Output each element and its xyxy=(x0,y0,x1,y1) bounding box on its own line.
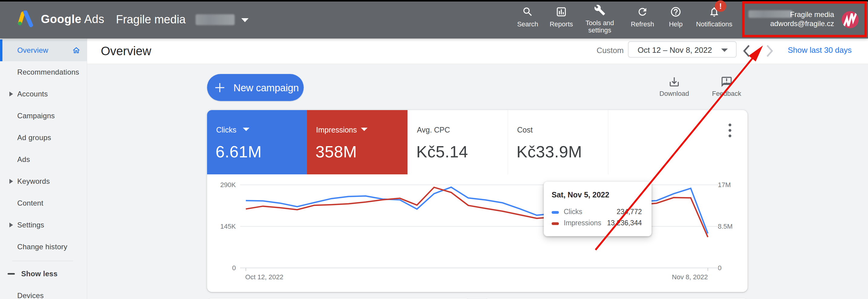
download-icon xyxy=(668,76,680,88)
sidebar-nav: OverviewRecommendationsAccountsCampaigns… xyxy=(0,38,87,299)
scorecard-caret-icon xyxy=(361,127,368,131)
tooltip-series-label: Impressions xyxy=(564,219,601,227)
scorecard-avg-cpc[interactable]: Avg. CPCKč5.14 xyxy=(407,110,508,174)
overview-chart-card: Clicks6.61MImpressions358MAvg. CPCKč5.14… xyxy=(207,110,747,292)
tooltip-row-clicks: Clicks234,772 xyxy=(552,208,642,217)
redacted-account-id xyxy=(195,14,235,25)
sidebar-item-accounts[interactable]: Accounts xyxy=(0,83,87,105)
tooltip-row-impressions: Impressions13,236,344 xyxy=(552,219,642,228)
show-last-30-days-link[interactable]: Show last 30 days xyxy=(788,46,851,55)
brand-wordmark: GoogleAds xyxy=(41,13,104,26)
y-axis-left-tick-0: 290K xyxy=(206,181,236,189)
sidebar-item-recommendations[interactable]: Recommendations xyxy=(0,61,87,83)
card-menu-button[interactable] xyxy=(724,123,735,138)
expand-triangle-icon[interactable] xyxy=(9,91,13,97)
plus-icon xyxy=(215,83,224,92)
sidebar-item-label: Settings xyxy=(17,221,44,229)
feedback-button[interactable]: Feedback xyxy=(703,76,751,98)
brand-google: Google xyxy=(41,13,82,25)
x-axis-start-label: Oct 12, 2022 xyxy=(245,273,283,281)
y-axis-left-tick-2: 0 xyxy=(206,264,236,272)
profile-block[interactable]: Fragile media adwords@fragile.cz xyxy=(743,1,864,36)
sidebar-item-content[interactable]: Content xyxy=(0,192,87,214)
sidebar-item-label: Recommendations xyxy=(17,68,79,76)
top-bar: GoogleAds Fragile media SearchReportsToo… xyxy=(0,0,868,38)
tools-icon xyxy=(594,4,606,16)
scorecard-value: Kč33.9M xyxy=(517,142,582,161)
topbar-account-name[interactable]: Fragile media xyxy=(116,13,186,26)
show-less-label: Show less xyxy=(21,270,58,278)
scorecard-value: 358M xyxy=(315,142,357,161)
legend-swatch xyxy=(552,222,559,225)
x-axis-end-label: Nov 8, 2022 xyxy=(647,273,708,281)
scorecard-label: Avg. CPC xyxy=(417,126,450,134)
google-ads-app: GoogleAds Fragile media SearchReportsToo… xyxy=(0,0,868,299)
scorecard-value: 6.61M xyxy=(216,142,262,161)
topnav-label: Notifications xyxy=(682,21,746,28)
y-axis-right-tick-1: 8.5M xyxy=(718,223,733,230)
legend-swatch xyxy=(552,211,559,214)
minus-icon xyxy=(7,273,15,275)
sidebar-item-label: Ad groups xyxy=(17,133,51,142)
profile-email: adwords@fragile.cz xyxy=(743,19,834,28)
profile-name: Fragile media xyxy=(743,10,834,19)
new-campaign-button[interactable]: New campaign xyxy=(207,74,304,101)
sidebar-item-settings[interactable]: Settings xyxy=(0,214,87,236)
tooltip-series-value: 13,236,344 xyxy=(607,219,642,227)
sidebar-item-label: Campaigns xyxy=(17,112,55,120)
sidebar-item-label: Change history xyxy=(17,243,67,251)
scorecard-impressions[interactable]: Impressions358M xyxy=(307,110,407,174)
account-switcher-caret-icon[interactable] xyxy=(241,18,249,22)
sidebar-item-label: Overview xyxy=(17,46,48,55)
scorecard-value: Kč5.14 xyxy=(416,142,468,161)
date-range-caret-icon xyxy=(721,48,728,52)
tooltip-date: Sat, Nov 5, 2022 xyxy=(552,190,609,199)
date-range-value: Oct 12 – Nov 8, 2022 xyxy=(638,46,712,55)
scorecard-clicks[interactable]: Clicks6.61M xyxy=(207,110,307,174)
sidebar-item-label: Devices xyxy=(17,292,43,299)
feedback-label: Feedback xyxy=(703,90,751,98)
scorecard-label: Clicks xyxy=(216,126,237,134)
page-title: Overview xyxy=(101,44,151,58)
expand-triangle-icon[interactable] xyxy=(9,223,13,227)
brand-ads: Ads xyxy=(84,13,104,25)
sidebar-item-ads[interactable]: Ads xyxy=(0,148,87,170)
y-axis-right-tick-0: 17M xyxy=(718,181,731,189)
sidebar-item-campaigns[interactable]: Campaigns xyxy=(0,105,87,127)
expand-triangle-icon[interactable] xyxy=(9,179,13,184)
page-header: Overview Custom Oct 12 – Nov 8, 2022 Sho… xyxy=(87,38,868,64)
new-campaign-label: New campaign xyxy=(234,82,299,94)
date-range-picker[interactable]: Oct 12 – Nov 8, 2022 xyxy=(628,41,737,58)
google-ads-logo-icon[interactable] xyxy=(18,10,33,28)
scorecard-divider xyxy=(608,110,608,174)
previous-period-button[interactable] xyxy=(741,44,753,58)
scorecard-label: Impressions xyxy=(316,126,357,134)
home-icon xyxy=(72,46,81,55)
sidebar-item-label: Content xyxy=(17,199,43,208)
sidebar-item-overview[interactable]: Overview xyxy=(0,39,87,61)
sidebar-item-ad-groups[interactable]: Ad groups xyxy=(0,127,87,148)
y-axis-right-tick-2: 0 xyxy=(718,264,721,272)
sidebar-item-label: Keywords xyxy=(17,177,50,186)
sidebar-item-keywords[interactable]: Keywords xyxy=(0,170,87,192)
reports-icon xyxy=(556,6,567,18)
notification-badge: ! xyxy=(715,0,726,12)
scorecard-label: Cost xyxy=(517,126,532,134)
scorecard-row: Clicks6.61MImpressions358MAvg. CPCKč5.14… xyxy=(207,110,747,174)
sidebar-divider xyxy=(12,261,73,261)
sidebar-item-label: Ads xyxy=(17,155,30,164)
profile-text: Fragile media adwords@fragile.cz xyxy=(743,10,834,28)
show-less-button[interactable]: Show less xyxy=(0,263,87,285)
download-button[interactable]: Download xyxy=(650,76,699,98)
help-icon xyxy=(670,6,682,18)
date-range-type-label: Custom xyxy=(596,46,624,55)
sidebar-item-devices[interactable]: Devices xyxy=(0,285,87,299)
topnav-notifications-button[interactable]: !Notifications xyxy=(682,0,746,38)
next-period-button[interactable] xyxy=(763,44,775,58)
avatar[interactable] xyxy=(841,11,859,28)
tooltip-series-label: Clicks xyxy=(564,208,582,216)
sidebar-item-change-history[interactable]: Change history xyxy=(0,236,87,258)
scorecard-cost[interactable]: CostKč33.9M xyxy=(508,110,608,174)
scorecard-caret-icon xyxy=(243,127,250,131)
download-label: Download xyxy=(650,90,699,98)
